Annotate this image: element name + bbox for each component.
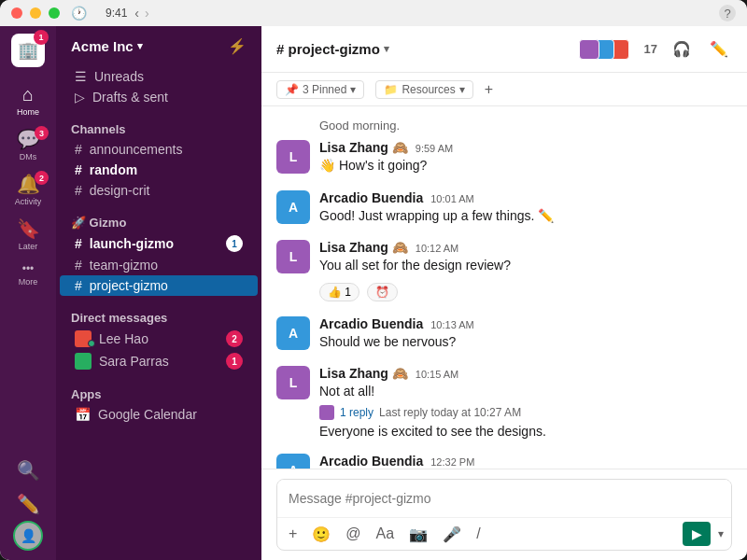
pin-icon: 📌	[285, 83, 299, 96]
help-button[interactable]: ?	[719, 5, 736, 21]
reply-avatar-1	[319, 405, 334, 420]
format-tool[interactable]: Aa	[373, 524, 399, 544]
sidebar-item-launch-gizmo[interactable]: # launch-gizmo 1	[60, 232, 258, 255]
messages-area[interactable]: Good morning. L Lisa Zhang 🙈 9:59 AM 👋 H…	[261, 106, 747, 469]
mention-tool[interactable]: @	[342, 524, 364, 544]
more-options[interactable]: ▾	[718, 527, 724, 540]
titlebar-time: 9:41	[106, 7, 127, 20]
hash-icon-3: #	[75, 183, 82, 198]
compose-nav-item[interactable]: ✏️	[0, 487, 56, 521]
folder-icon: 📁	[384, 83, 398, 96]
sidebar-item-unreads[interactable]: ☰ Unreads	[60, 66, 258, 87]
back-arrow[interactable]: ‹	[134, 6, 139, 21]
channel-dropdown-icon: ▾	[384, 43, 389, 55]
message-header-3: Lisa Zhang 🙈 10:12 AM	[319, 240, 732, 255]
compose-icon: ✏️	[17, 493, 40, 515]
message-text-3: You all set for the design review?	[319, 257, 732, 275]
resources-dropdown: ▾	[459, 83, 465, 96]
more-icon: •••	[22, 262, 35, 275]
workspace-name[interactable]: Acme Inc ▾	[71, 38, 143, 54]
icon-bar: 🏢 1 ⌂ Home 💬 DMs 3 🔔 Activity 2 🔖 Later	[0, 26, 56, 560]
avatar-lisa-2: L	[276, 240, 310, 273]
filter-button[interactable]: ⚡	[228, 37, 247, 55]
emoji-tool[interactable]: 🙂	[308, 524, 334, 545]
message-header-1: Lisa Zhang 🙈 9:59 AM	[319, 140, 732, 155]
sidebar-item-sara-parras[interactable]: Sara Parras 1	[60, 350, 258, 372]
avatar-arcadio-2: A	[276, 316, 310, 350]
dms-badge: 3	[35, 126, 49, 140]
message-group-1: L Lisa Zhang 🙈 9:59 AM 👋 How's it going?	[276, 140, 732, 175]
huddle-button[interactable]: 🎧	[669, 36, 695, 62]
pinned-dropdown: ▾	[350, 83, 356, 96]
sidebar-item-dms[interactable]: 💬 DMs 3	[0, 122, 56, 167]
add-toolbar-button[interactable]: +	[485, 81, 493, 98]
sidebar-item-random[interactable]: # random	[60, 160, 258, 180]
message-text-2: Good! Just wrapping up a few things. ✏️	[319, 207, 732, 226]
message-header-5: Lisa Zhang 🙈 10:15 AM	[319, 366, 732, 381]
sidebar-item-team-gizmo[interactable]: # team-gizmo	[60, 255, 258, 275]
workspace-avatar[interactable]: 🏢 1	[11, 34, 45, 67]
message-header-4: Arcadio Buendia 10:13 AM	[319, 316, 732, 331]
message-group-2: A Arcadio Buendia 10:01 AM Good! Just wr…	[276, 190, 732, 226]
reply-thread-1[interactable]: 1 reply Last reply today at 10:27 AM	[319, 405, 732, 420]
sidebar-item-more[interactable]: ••• More	[0, 257, 56, 292]
channels-header[interactable]: Channels	[56, 115, 261, 139]
avatar-arcadio-1: A	[276, 190, 310, 224]
sidebar-item-home[interactable]: ⌂ Home	[0, 78, 56, 122]
slash-tool[interactable]: /	[472, 524, 484, 544]
close-button[interactable]	[11, 7, 22, 19]
sidebar-item-google-calendar[interactable]: 📅 Google Calendar	[60, 404, 258, 425]
apps-section: Apps 📅 Google Calendar	[56, 376, 261, 428]
user-avatar[interactable]: 👤	[13, 521, 43, 551]
reply-last-text: Last reply today at 10:27 AM	[379, 406, 521, 419]
member-count: 17	[644, 42, 657, 56]
reaction-clock[interactable]: ⏰	[367, 283, 398, 301]
hash-icon-1: #	[75, 142, 82, 157]
message-content-3: Lisa Zhang 🙈 10:12 AM You all set for th…	[319, 240, 732, 301]
launch-gizmo-badge: 1	[226, 235, 243, 252]
send-button[interactable]: ▶	[683, 522, 711, 546]
apps-header[interactable]: Apps	[56, 380, 261, 404]
sidebar-item-drafts[interactable]: ▷ Drafts & sent	[60, 87, 258, 107]
dms-label: DMs	[20, 152, 37, 161]
drafts-icon: ▷	[75, 90, 85, 105]
edit-button[interactable]: ✏️	[706, 36, 732, 62]
audio-tool[interactable]: 🎤	[439, 524, 465, 545]
activity-badge: 2	[35, 171, 49, 185]
search-nav-item[interactable]: 🔍	[0, 454, 56, 487]
message-input[interactable]	[277, 480, 731, 517]
message-content-6: Arcadio Buendia 12:32 PM That feedback w…	[319, 454, 732, 469]
reaction-thumbsup[interactable]: 👍 1	[319, 283, 359, 301]
sender-lisa-1: Lisa Zhang 🙈	[319, 140, 408, 155]
member-avatars[interactable]	[585, 39, 629, 60]
member-avatar-1	[579, 39, 599, 60]
lee-hao-online	[88, 340, 95, 347]
add-tool[interactable]: +	[285, 524, 301, 544]
sara-parras-badge: 1	[226, 353, 243, 370]
sidebar-item-later[interactable]: 🔖 Later	[0, 212, 56, 257]
channel-title[interactable]: # project-gizmo ▾	[276, 41, 389, 57]
sidebar-item-activity[interactable]: 🔔 Activity 2	[0, 167, 56, 212]
calendar-icon: 📅	[75, 407, 91, 422]
sara-parras-avatar	[75, 353, 92, 370]
gizmo-header[interactable]: 🚀 Gizmo	[56, 208, 261, 232]
video-tool[interactable]: 📷	[405, 524, 431, 545]
resources-button[interactable]: 📁 Resources ▾	[375, 80, 472, 99]
sidebar-item-design-crit[interactable]: # design-crit	[60, 180, 258, 201]
minimize-button[interactable]	[30, 7, 41, 19]
maximize-button[interactable]	[49, 7, 60, 19]
forward-arrow[interactable]: ›	[145, 6, 149, 21]
dm-header[interactable]: Direct messages	[56, 303, 261, 328]
reply-count: 1 reply	[340, 406, 374, 419]
sidebar-item-project-gizmo[interactable]: # project-gizmo	[60, 275, 258, 296]
sidebar-item-lee-hao[interactable]: Lee Hao 2	[60, 328, 258, 350]
gizmo-section: 🚀 Gizmo # launch-gizmo 1 # team-gizmo # …	[56, 204, 261, 300]
lee-hao-badge: 2	[226, 330, 243, 347]
more-label: More	[19, 277, 38, 287]
home-label: Home	[17, 107, 39, 117]
sidebar: Acme Inc ▾ ⚡ ☰ Unreads ▷ Drafts & sent C…	[56, 26, 261, 560]
input-box: + 🙂 @ Aa 📷 🎤 / ▶ ▾	[276, 479, 732, 551]
pinned-button[interactable]: 📌 3 Pinned ▾	[276, 80, 364, 99]
sidebar-item-announcements[interactable]: # announcements	[60, 139, 258, 160]
hash-icon-6: #	[75, 278, 82, 293]
